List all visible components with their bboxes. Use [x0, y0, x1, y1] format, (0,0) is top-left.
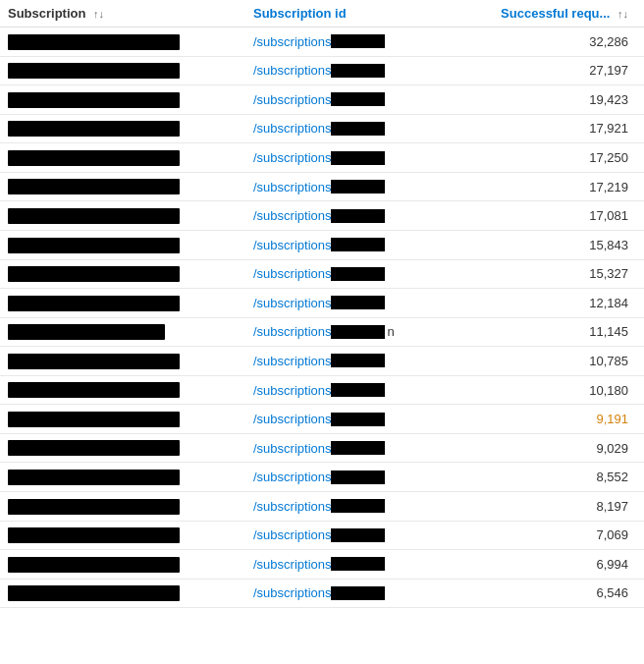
subscription-redacted — [8, 527, 180, 543]
cell-requests: 27,197 — [452, 56, 644, 85]
id-prefix: /subscriptions — [253, 354, 331, 368]
cell-subscription — [0, 28, 245, 57]
id-prefix: /subscriptions — [253, 92, 331, 107]
requests-value: 27,197 — [589, 63, 628, 78]
requests-value: 7,069 — [596, 527, 628, 542]
data-table: Subscription ↑↓ Subscription id Successf… — [0, 0, 644, 608]
subscription-redacted — [8, 470, 180, 485]
cell-requests: 10,180 — [452, 375, 644, 405]
cell-subscription-id: /subscriptions — [245, 289, 452, 318]
cell-requests: 8,552 — [452, 463, 644, 492]
cell-requests: 17,081 — [452, 201, 644, 231]
cell-requests: 12,184 — [452, 289, 644, 318]
table-row: /subscriptions27,197 — [0, 56, 644, 85]
cell-subscription-id: /subscriptions — [245, 433, 452, 463]
table-header-row: Subscription ↑↓ Subscription id Successf… — [0, 0, 644, 28]
cell-requests: 6,546 — [452, 579, 644, 608]
cell-subscription — [0, 463, 245, 492]
subscription-redacted — [8, 92, 180, 108]
id-redacted — [331, 238, 385, 251]
col-header-requests[interactable]: Successful requ... ↑↓ — [452, 0, 644, 28]
cell-requests: 8,197 — [452, 492, 644, 522]
cell-subscription-id: /subscriptions — [245, 347, 452, 376]
cell-subscription-id: /subscriptions — [245, 463, 452, 492]
requests-value: 9,191 — [596, 412, 628, 426]
id-prefix: /subscriptions — [253, 441, 331, 456]
cell-requests: 9,029 — [452, 433, 644, 463]
cell-subscription-id: /subscriptions — [245, 492, 452, 522]
table-row: /subscriptions17,250 — [0, 143, 644, 173]
id-prefix: /subscriptions — [253, 121, 331, 136]
id-redacted — [331, 122, 385, 136]
subscription-redacted — [8, 121, 180, 137]
subscription-redacted — [8, 499, 180, 515]
cell-subscription — [0, 230, 245, 259]
table-row: /subscriptionsn11,145 — [0, 317, 644, 347]
table-row: /subscriptions7,069 — [0, 521, 644, 550]
table-row: /subscriptions19,423 — [0, 85, 644, 115]
id-prefix: /subscriptions — [253, 34, 331, 49]
cell-subscription-id: /subscriptions — [245, 143, 452, 173]
subscription-redacted — [8, 266, 180, 282]
id-prefix: /subscriptions — [253, 238, 331, 252]
id-prefix: /subscriptions — [253, 470, 331, 484]
cell-subscription — [0, 201, 245, 231]
cell-subscription-id: /subscriptions — [245, 579, 452, 608]
table-row: /subscriptions17,921 — [0, 114, 644, 143]
cell-subscription — [0, 550, 245, 580]
id-redacted — [331, 325, 385, 339]
cell-requests: 9,191 — [452, 405, 644, 434]
id-prefix: /subscriptions — [253, 499, 331, 514]
cell-subscription — [0, 521, 245, 550]
requests-value: 10,785 — [589, 354, 628, 368]
subscription-redacted — [8, 557, 180, 573]
cell-requests: 15,843 — [452, 230, 644, 259]
cell-subscription-id: /subscriptions — [245, 521, 452, 550]
id-prefix: /subscriptions — [253, 383, 331, 398]
subscription-redacted — [8, 324, 165, 340]
subscription-redacted — [8, 585, 180, 601]
subscription-redacted — [8, 208, 180, 224]
id-prefix: /subscriptions — [253, 266, 331, 281]
requests-value: 8,197 — [596, 499, 628, 514]
cell-requests: 17,921 — [452, 114, 644, 143]
cell-subscription-id: /subscriptions — [245, 85, 452, 115]
subscription-redacted — [8, 440, 180, 456]
id-prefix: /subscriptions — [253, 324, 331, 339]
requests-value: 15,843 — [589, 238, 628, 252]
cell-subscription — [0, 347, 245, 376]
subscription-redacted — [8, 296, 180, 311]
cell-subscription-id: /subscriptions — [245, 230, 452, 259]
subscription-redacted — [8, 354, 180, 369]
cell-subscription — [0, 433, 245, 463]
requests-value: 11,145 — [589, 324, 628, 339]
cell-subscription — [0, 85, 245, 115]
requests-value: 12,184 — [589, 296, 628, 310]
id-redacted — [331, 383, 385, 397]
col-header-subscription[interactable]: Subscription ↑↓ — [0, 0, 245, 28]
id-redacted — [331, 528, 385, 542]
col-requests-sort-icon[interactable]: ↑↓ — [617, 8, 628, 20]
subscription-redacted — [8, 63, 180, 79]
requests-value: 9,029 — [596, 441, 628, 456]
cell-requests: 19,423 — [452, 85, 644, 115]
table-row: /subscriptions9,191 — [0, 405, 644, 434]
id-redacted — [331, 296, 385, 309]
col-header-subscription-id[interactable]: Subscription id — [245, 0, 452, 28]
requests-value: 19,423 — [589, 92, 628, 107]
id-prefix: /subscriptions — [253, 63, 331, 78]
table-row: /subscriptions6,994 — [0, 550, 644, 580]
subscription-redacted — [8, 412, 180, 427]
cell-subscription — [0, 114, 245, 143]
cell-requests: 17,219 — [452, 172, 644, 201]
subscription-redacted — [8, 382, 180, 398]
cell-subscription — [0, 289, 245, 318]
cell-subscription — [0, 259, 245, 289]
cell-subscription-id: /subscriptions — [245, 405, 452, 434]
subscription-redacted — [8, 34, 180, 50]
requests-value: 10,180 — [589, 383, 628, 398]
id-redacted — [331, 180, 385, 194]
id-redacted — [331, 586, 385, 600]
requests-value: 6,994 — [596, 557, 628, 572]
col-subscription-sort-icon[interactable]: ↑↓ — [93, 8, 104, 20]
